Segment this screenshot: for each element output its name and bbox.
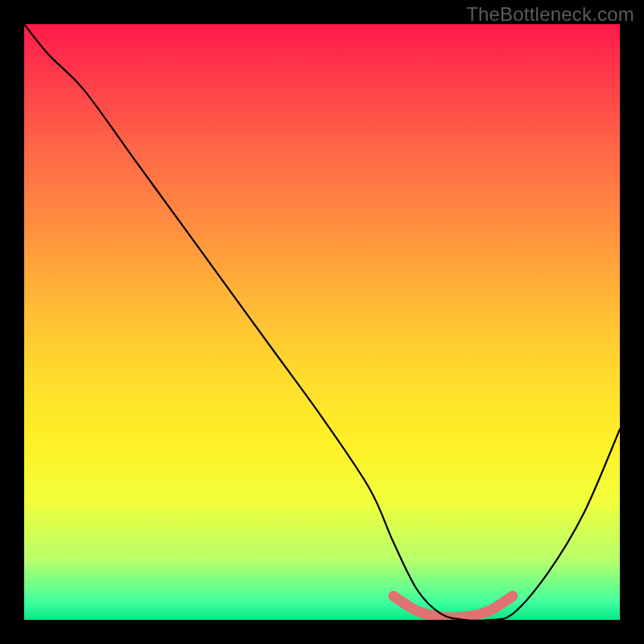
chart-frame: TheBottleneck.com [0,0,644,644]
main-curve [24,24,620,620]
highlight-band [394,596,513,617]
curve-layer [24,24,620,620]
plot-area [24,24,620,620]
watermark-text: TheBottleneck.com [466,3,634,26]
